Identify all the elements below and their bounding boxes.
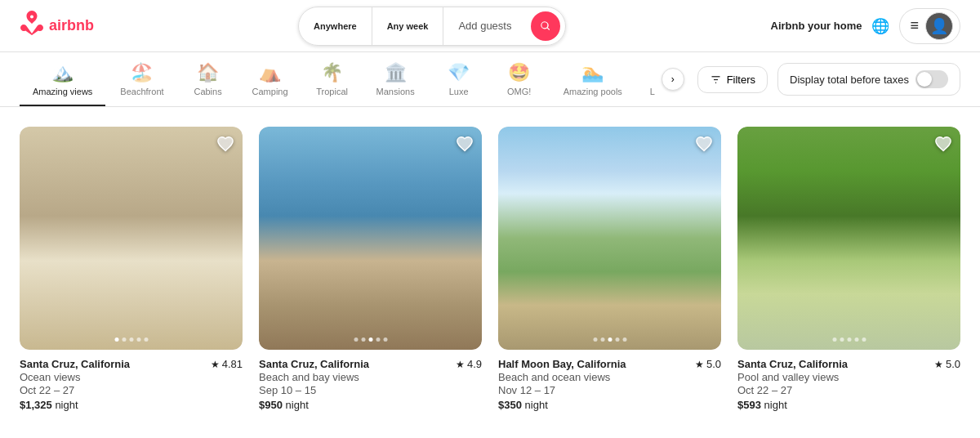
toggle-switch[interactable] [915, 70, 948, 88]
dot-2 [129, 337, 133, 342]
airbnb-home-link[interactable]: Airbnb your home [771, 20, 862, 32]
price-unit-2: night [286, 399, 309, 411]
listing-card-1[interactable]: Santa Cruz, California ★ 4.81 Ocean view… [20, 127, 243, 411]
listing-card-2[interactable]: Santa Cruz, California ★ 4.9 Beach and b… [259, 127, 482, 411]
user-icon: 👤 [930, 17, 948, 35]
category-item-tropical[interactable]: 🌴 Tropical [303, 52, 362, 106]
week-segment[interactable]: Any week [372, 7, 444, 45]
listing-top-row-1: Santa Cruz, California ★ 4.81 [20, 358, 243, 370]
listing-info-4: Santa Cruz, California ★ 5.0 Pool and va… [737, 358, 960, 411]
dot-2 [368, 337, 372, 342]
listing-desc-4: Pool and valley views [737, 371, 960, 383]
dot-3 [854, 337, 858, 342]
listing-info-3: Half Moon Bay, California ★ 5.0 Beach an… [498, 358, 721, 411]
dot-2 [608, 337, 612, 342]
listing-dates-1: Oct 22 – 27 [20, 384, 243, 396]
dot-indicators-2 [354, 337, 387, 342]
dot-3 [136, 337, 140, 342]
listing-rating-1: ★ 4.81 [211, 358, 243, 370]
category-label-luxe: Luxe [449, 87, 469, 96]
display-total-toggle[interactable]: Display total before taxes [777, 63, 960, 96]
filter-area: Filters Display total before taxes [691, 63, 960, 96]
dot-1 [840, 337, 844, 342]
category-item-beachfront[interactable]: 🏖️ Beachfront [107, 52, 176, 106]
price-value-4: $593 [737, 399, 761, 411]
wishlist-button-3[interactable] [695, 135, 713, 158]
dot-3 [376, 337, 380, 342]
listing-image-1 [20, 127, 243, 350]
listing-image-2 [259, 127, 482, 350]
category-item-cabins[interactable]: 🏠 Cabins [179, 52, 238, 106]
dot-4 [862, 337, 866, 342]
listing-top-row-3: Half Moon Bay, California ★ 5.0 [498, 358, 721, 370]
category-item-amazing-views[interactable]: 🏔️ Amazing views [20, 52, 105, 106]
category-label-amazing-pools: Amazing pools [564, 87, 622, 96]
category-item-lakefront[interactable]: ⛵ Lakefront [637, 52, 655, 106]
listing-desc-3: Beach and ocean views [498, 371, 721, 383]
category-item-amazing-pools[interactable]: 🏊 Amazing pools [550, 52, 635, 106]
category-icon-luxe: 💎 [448, 62, 470, 83]
category-icon-amazing-pools: 🏊 [581, 62, 604, 83]
search-bar: Anywhere Any week Add guests [298, 7, 566, 46]
user-menu[interactable]: ≡ 👤 [899, 8, 960, 44]
dot-indicators-4 [832, 337, 866, 342]
listing-dates-2: Sep 10 – 15 [259, 384, 482, 396]
listing-desc-2: Beach and bay views [259, 371, 482, 383]
category-item-mansions[interactable]: 🏛️ Mansions [363, 52, 428, 106]
price-unit-4: night [764, 399, 787, 411]
listing-image-wrap [737, 127, 960, 350]
listing-rating-2: ★ 4.9 [456, 358, 482, 370]
dot-0 [114, 337, 118, 342]
globe-icon[interactable]: 🌐 [871, 17, 889, 35]
wishlist-button-2[interactable] [456, 135, 474, 158]
listing-price-2: $950 night [259, 399, 482, 411]
category-item-camping[interactable]: ⛺ Camping [239, 52, 301, 106]
category-item-luxe[interactable]: 💎 Luxe [430, 52, 488, 106]
price-value-3: $350 [498, 399, 522, 411]
listing-top-row-2: Santa Cruz, California ★ 4.9 [259, 358, 482, 370]
star-icon-2: ★ [456, 359, 465, 370]
rating-value-4: 5.0 [946, 358, 960, 370]
star-icon-4: ★ [934, 359, 943, 370]
scroll-right-button[interactable]: › [662, 68, 684, 91]
category-icon-mansions: 🏛️ [385, 62, 407, 83]
listing-location-3: Half Moon Bay, California [498, 358, 626, 370]
dot-0 [832, 337, 836, 342]
listing-card-4[interactable]: Santa Cruz, California ★ 5.0 Pool and va… [737, 127, 960, 411]
category-label-camping: Camping [252, 87, 288, 96]
category-icon-camping: ⛺ [259, 62, 281, 83]
wishlist-button-1[interactable] [216, 135, 234, 158]
filters-button[interactable]: Filters [697, 66, 768, 93]
hamburger-icon: ≡ [910, 17, 919, 34]
listing-location-2: Santa Cruz, California [259, 358, 369, 370]
listing-dates-4: Oct 22 – 27 [737, 384, 960, 396]
listing-location-1: Santa Cruz, California [20, 358, 130, 370]
category-icon-cabins: 🏠 [197, 62, 219, 83]
category-icon-tropical: 🌴 [321, 62, 343, 83]
guests-segment[interactable]: Add guests [443, 7, 526, 45]
listing-dates-3: Nov 12 – 17 [498, 384, 721, 396]
category-icon-amazing-views: 🏔️ [51, 62, 74, 83]
logo[interactable]: airbnb [20, 10, 94, 42]
listing-image-wrap [259, 127, 482, 350]
rating-value-2: 4.9 [467, 358, 482, 370]
dot-indicators-1 [114, 337, 148, 342]
dot-1 [122, 337, 126, 342]
dot-1 [361, 337, 365, 342]
week-label: Any week [387, 21, 429, 31]
dot-4 [383, 337, 387, 342]
listing-info-2: Santa Cruz, California ★ 4.9 Beach and b… [259, 358, 482, 411]
category-label-cabins: Cabins [194, 87, 221, 96]
price-value-1: $1,325 [20, 399, 52, 411]
avatar[interactable]: 👤 [925, 12, 953, 40]
search-button[interactable] [531, 11, 560, 41]
listing-card-3[interactable]: Half Moon Bay, California ★ 5.0 Beach an… [498, 127, 721, 411]
star-icon-3: ★ [695, 359, 704, 370]
listing-image-3 [498, 127, 721, 350]
category-icon-omg: 🤩 [508, 62, 530, 83]
category-item-omg[interactable]: 🤩 OMG! [490, 52, 549, 106]
star-icon-1: ★ [211, 359, 220, 370]
wishlist-button-4[interactable] [934, 135, 952, 158]
location-segment[interactable]: Anywhere [299, 7, 372, 45]
category-icon-beachfront: 🏖️ [131, 62, 153, 83]
